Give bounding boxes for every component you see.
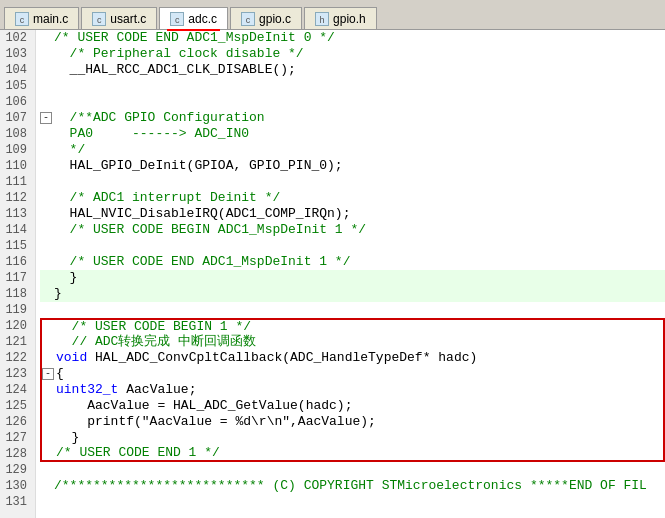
line-number: 122 — [4, 350, 31, 366]
code-line — [40, 302, 665, 318]
line-number: 109 — [4, 142, 31, 158]
line-number: 124 — [4, 382, 31, 398]
line-number: 119 — [4, 302, 31, 318]
code-line: /************************** (C) COPYRIGH… — [40, 478, 665, 494]
line-number: 118 — [4, 286, 31, 302]
code-line: } — [40, 286, 665, 302]
code-line: /* USER CODE BEGIN ADC1_MspDeInit 1 */ — [40, 222, 665, 238]
code-content[interactable]: /* USER CODE END ADC1_MspDeInit 0 */ /* … — [36, 30, 665, 518]
line-number: 114 — [4, 222, 31, 238]
code-line: /* Peripheral clock disable */ — [40, 46, 665, 62]
code-line — [40, 78, 665, 94]
line-number: 112 — [4, 190, 31, 206]
tab-label: gpio.h — [333, 12, 366, 26]
line-number: 104 — [4, 62, 31, 78]
line-number: 123 — [4, 366, 31, 382]
line-number: 130 — [4, 478, 31, 494]
tab-gpio-h[interactable]: h gpio.h — [304, 7, 377, 29]
code-line: void HAL_ADC_ConvCpltCallback(ADC_Handle… — [40, 350, 665, 366]
line-number: 106 — [4, 94, 31, 110]
code-line: /* USER CODE END 1 */ — [40, 446, 665, 462]
code-line: // ADC转换完成 中断回调函数 — [40, 334, 665, 350]
code-area: 1021031041051061071081091101111121131141… — [0, 30, 665, 518]
code-line: /* USER CODE END ADC1_MspDeInit 0 */ — [40, 30, 665, 46]
line-number: 108 — [4, 126, 31, 142]
code-line — [40, 238, 665, 254]
tab-file-icon: h — [315, 12, 329, 26]
code-line: uint32_t AacValue; — [40, 382, 665, 398]
line-number: 116 — [4, 254, 31, 270]
line-number: 120 — [4, 318, 31, 334]
code-line: } — [40, 270, 665, 286]
line-number: 128 — [4, 446, 31, 462]
line-number: 110 — [4, 158, 31, 174]
code-line: __HAL_RCC_ADC1_CLK_DISABLE(); — [40, 62, 665, 78]
tab-usart-c[interactable]: c usart.c — [81, 7, 157, 29]
tab-adc-c[interactable]: c adc.c — [159, 7, 228, 29]
code-line: /* USER CODE END ADC1_MspDeInit 1 */ — [40, 254, 665, 270]
code-line: printf("AacValue = %d\r\n",AacValue); — [40, 414, 665, 430]
code-line — [40, 174, 665, 190]
fold-icon[interactable]: - — [42, 368, 54, 380]
tab-file-icon: c — [15, 12, 29, 26]
tab-label: adc.c — [188, 12, 217, 26]
code-line: /* USER CODE BEGIN 1 */ — [40, 318, 665, 334]
tab-label: main.c — [33, 12, 68, 26]
tab-file-icon: c — [92, 12, 106, 26]
tab-file-icon: c — [170, 12, 184, 26]
line-number: 107 — [4, 110, 31, 126]
line-number: 111 — [4, 174, 31, 190]
line-number: 125 — [4, 398, 31, 414]
code-line — [40, 94, 665, 110]
code-line: */ — [40, 142, 665, 158]
line-number: 121 — [4, 334, 31, 350]
line-number: 115 — [4, 238, 31, 254]
tab-label: usart.c — [110, 12, 146, 26]
line-number: 103 — [4, 46, 31, 62]
code-line: HAL_GPIO_DeInit(GPIOA, GPIO_PIN_0); — [40, 158, 665, 174]
fold-icon[interactable]: - — [40, 112, 52, 124]
line-number: 117 — [4, 270, 31, 286]
line-number: 126 — [4, 414, 31, 430]
code-line: } — [40, 430, 665, 446]
tab-main-c[interactable]: c main.c — [4, 7, 79, 29]
line-number: 129 — [4, 462, 31, 478]
code-line: - /**ADC GPIO Configuration — [40, 110, 665, 126]
tab-label: gpio.c — [259, 12, 291, 26]
line-number: 127 — [4, 430, 31, 446]
code-line: HAL_NVIC_DisableIRQ(ADC1_COMP_IRQn); — [40, 206, 665, 222]
tab-bar: c main.c c usart.c c adc.c c gpio.c h gp… — [0, 0, 665, 30]
code-line: /* ADC1 interrupt Deinit */ — [40, 190, 665, 206]
code-line: AacValue = HAL_ADC_GetValue(hadc); — [40, 398, 665, 414]
line-number: 102 — [4, 30, 31, 46]
code-line — [40, 462, 665, 478]
code-line: -{ — [40, 366, 665, 382]
line-number: 105 — [4, 78, 31, 94]
line-numbers: 1021031041051061071081091101111121131141… — [0, 30, 36, 518]
line-number: 131 — [4, 494, 31, 510]
code-line: PA0 ------> ADC_IN0 — [40, 126, 665, 142]
tab-gpio-c[interactable]: c gpio.c — [230, 7, 302, 29]
line-number: 113 — [4, 206, 31, 222]
code-line — [40, 494, 665, 510]
tab-file-icon: c — [241, 12, 255, 26]
